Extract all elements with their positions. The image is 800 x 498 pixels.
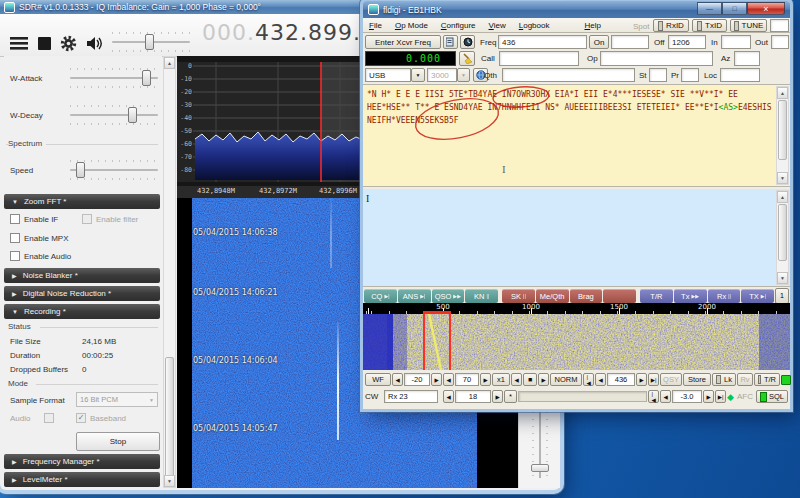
volume-slider[interactable] — [112, 34, 190, 50]
macro-meqth-button[interactable]: Me/Qth — [536, 289, 569, 303]
scroll-up-icon[interactable]: ▲ — [777, 191, 788, 203]
frequency-display[interactable]: 000.432.899. — [202, 20, 361, 45]
tx-text-pane[interactable]: I ▲ ▼ — [363, 189, 790, 287]
section-zoom-fft[interactable]: ▼ Zoom FFT * — [4, 194, 160, 209]
macro-kn-button[interactable]: KN|| — [465, 289, 498, 303]
enable-audio-checkbox[interactable] — [10, 251, 20, 261]
stop-recording-button[interactable]: Stop — [76, 432, 160, 451]
scroll-down-icon[interactable]: ▼ — [777, 272, 788, 284]
macro-set-button[interactable]: 1 — [775, 288, 789, 304]
volume-slider-thumb[interactable] — [145, 34, 154, 50]
macro-qso-button[interactable]: QSO▶▶ — [432, 289, 465, 303]
macro-tr-button[interactable]: T/R — [640, 289, 673, 303]
arrow-right-icon[interactable]: ▶ — [703, 390, 714, 403]
section-noise-blanker[interactable]: ▶ Noise Blanker * — [4, 268, 160, 283]
in-field[interactable] — [721, 35, 751, 49]
w-decay-thumb[interactable] — [128, 107, 137, 123]
waterfall-scale[interactable]: 500 1000 1500 2000 — [363, 303, 790, 314]
rx-scrollbar-thumb[interactable] — [778, 100, 787, 160]
speaker-icon[interactable] — [86, 36, 103, 51]
w-decay-slider[interactable] — [70, 107, 158, 123]
scroll-up-icon[interactable]: ▲ — [164, 57, 175, 69]
skip-right-icon[interactable]: ▶| — [648, 373, 659, 386]
arrow-right-icon[interactable]: ▶ — [480, 373, 491, 386]
qso-save-icon[interactable] — [443, 35, 458, 49]
macro-sk-button[interactable]: SK|| — [502, 289, 535, 303]
section-frequency-manager[interactable]: ▶ Frequency Manager * — [4, 454, 160, 469]
wf-mode-button[interactable]: WF — [365, 373, 391, 386]
tx-scrollbar-thumb[interactable] — [778, 204, 787, 261]
arrow-right-icon[interactable]: ▶ — [492, 390, 503, 403]
menu-logbook[interactable]: Logbook — [519, 21, 550, 30]
wf-speed-button[interactable]: NORM — [550, 373, 582, 386]
cw-wpm-field[interactable]: 18 — [455, 390, 491, 403]
arrow-right-icon[interactable]: ▶ — [538, 373, 549, 386]
menu-hamburger-icon[interactable] — [10, 36, 28, 50]
rx-scrollbar[interactable]: ▲ ▼ — [776, 86, 789, 185]
arrow-left-icon[interactable]: ◀ — [443, 373, 454, 386]
sql-toggle[interactable]: SQL — [756, 390, 788, 403]
minimize-button[interactable]: — — [697, 2, 722, 15]
menu-view[interactable]: View — [489, 21, 506, 30]
op-field[interactable] — [600, 51, 713, 66]
squelch-level-field[interactable]: -3.0 — [672, 390, 702, 403]
qth-field[interactable] — [502, 68, 635, 82]
out-field[interactable] — [771, 35, 789, 49]
st-field[interactable] — [649, 68, 667, 82]
arrow-left-icon[interactable]: ◀ — [660, 390, 671, 403]
clear-broom-icon[interactable] — [459, 51, 475, 66]
skip-left-icon[interactable]: |◀ — [648, 390, 659, 403]
section-level-meter[interactable]: ▶ LevelMeter * — [4, 472, 160, 487]
timer-icon[interactable] — [460, 35, 475, 49]
call-field[interactable] — [499, 51, 579, 66]
macro-brag-button[interactable]: Brag — [570, 289, 603, 303]
close-button[interactable]: × — [747, 2, 785, 15]
tune-toggle[interactable]: TUNE — [730, 19, 767, 32]
wf-stop-icon[interactable]: ■ — [523, 373, 537, 386]
arrow-left-icon[interactable]: ◀ — [595, 373, 606, 386]
lock-toggle[interactable]: Lk — [712, 373, 736, 386]
afc-toggle[interactable]: AFC — [737, 392, 753, 401]
gear-icon[interactable] — [60, 35, 77, 52]
txid-toggle[interactable]: TxID — [692, 19, 727, 32]
loc-field[interactable] — [720, 68, 760, 82]
macro-tx-button[interactable]: Tx▶▶ — [674, 289, 707, 303]
scroll-up-icon[interactable]: ▲ — [777, 87, 788, 99]
mode-select[interactable]: USB — [365, 68, 411, 82]
arrow-right-icon[interactable]: ▶ — [636, 373, 647, 386]
stop-icon[interactable] — [38, 37, 51, 50]
w-attack-thumb[interactable] — [142, 70, 151, 86]
default-wpm-button[interactable]: * — [504, 390, 517, 403]
speed-thumb[interactable] — [76, 162, 85, 178]
rx-text-pane[interactable]: *N H* E E E IISI 5TE*TB4YAE IN7OWR3OHX E… — [363, 84, 790, 187]
enable-if-checkbox[interactable] — [10, 214, 20, 224]
scroll-down-icon[interactable]: ▼ — [777, 172, 788, 184]
menu-configure[interactable]: Configure — [441, 21, 476, 30]
mode-indicator[interactable]: CW — [365, 392, 383, 401]
zoom-x1-button[interactable]: x1 — [492, 373, 510, 386]
contrast-slider-thumb[interactable] — [531, 464, 549, 472]
macro-empty-button[interactable] — [603, 289, 636, 303]
panel-scrollbar[interactable]: ▲ ▼ — [163, 56, 176, 488]
freq-field[interactable]: 436 — [498, 35, 587, 49]
tr-toggle[interactable]: T/R — [754, 373, 780, 386]
frequency-lcd[interactable]: 0.000 — [365, 51, 456, 66]
macro-txend-button[interactable]: TX▶| — [741, 289, 774, 303]
rxid-toggle[interactable]: RxID — [653, 19, 689, 32]
skip-left-icon[interactable]: |◀ — [583, 373, 594, 386]
pr-field[interactable] — [681, 68, 699, 82]
enable-mpx-checkbox[interactable] — [10, 233, 20, 243]
macro-cq-button[interactable]: CQ▶| — [364, 289, 397, 303]
audio-carrier-field[interactable]: 436 — [607, 373, 635, 386]
wf-range-field[interactable]: 70 — [455, 373, 479, 386]
enter-xcvr-freq-button[interactable]: Enter Xcvr Freq — [365, 35, 441, 49]
macro-rx-button[interactable]: Rx|| — [708, 289, 741, 303]
menu-op-mode[interactable]: Op Mode — [395, 21, 428, 30]
arrow-left-icon[interactable]: ◀ — [392, 373, 403, 386]
mode-select-arrow[interactable]: ▼ — [411, 68, 425, 82]
macro-ans-button[interactable]: ANS▶| — [398, 289, 431, 303]
menu-help[interactable]: Help — [584, 21, 600, 30]
skip-right-icon[interactable]: ▶| — [715, 390, 726, 403]
section-recording[interactable]: ▼ Recording * — [4, 304, 160, 319]
on-time-field[interactable] — [611, 35, 649, 49]
